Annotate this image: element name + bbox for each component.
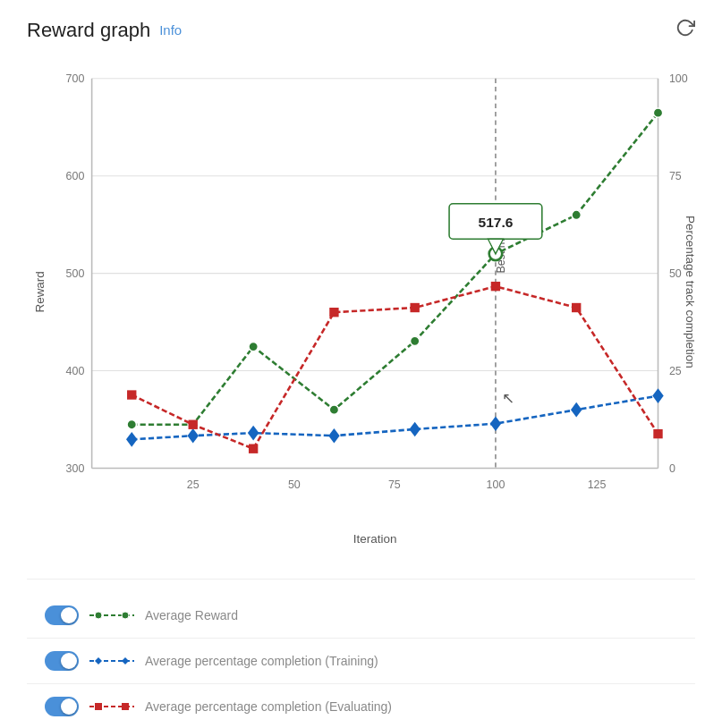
- avg-pct-eval-dot: [572, 303, 581, 312]
- svg-rect-18: [95, 703, 102, 710]
- legend-label-avg-reward: Average Reward: [145, 608, 238, 622]
- y-right-tick-0: 0: [669, 462, 675, 475]
- legend-label-avg-pct-evaluating: Average percentage completion (Evaluatin…: [145, 699, 392, 714]
- avg-pct-training-dot: [571, 402, 582, 418]
- toggle-avg-pct-evaluating[interactable]: [45, 697, 79, 716]
- avg-pct-training-dot: [187, 428, 198, 444]
- avg-pct-training-dot: [328, 428, 339, 444]
- avg-pct-eval-dot: [249, 444, 258, 453]
- svg-point-13: [122, 612, 129, 619]
- tooltip-value: 517.6: [478, 215, 513, 230]
- chart-container: Reward Percentage track completion Itera…: [27, 60, 695, 552]
- x-label: Iteration: [353, 532, 397, 546]
- y-right-tick-75: 75: [669, 170, 682, 182]
- avg-pct-training-dot: [490, 416, 501, 431]
- page-header: Reward graph Info: [27, 18, 695, 42]
- avg-pct-training-dot: [409, 422, 420, 437]
- x-tick-125: 125: [588, 478, 607, 491]
- y-tick-400: 400: [66, 365, 85, 377]
- legend-line-avg-pct-training: [89, 655, 134, 667]
- avg-reward-dot: [653, 108, 662, 117]
- y-tick-300: 300: [66, 462, 85, 475]
- y-right-tick-100: 100: [669, 72, 688, 85]
- avg-reward-dot: [410, 336, 419, 345]
- page-title: Reward graph: [27, 19, 150, 42]
- avg-reward-dot: [127, 420, 136, 429]
- reward-chart: Reward Percentage track completion Itera…: [27, 60, 695, 552]
- avg-pct-eval-dot: [491, 282, 500, 291]
- svg-point-12: [95, 612, 102, 619]
- y-tick-600: 600: [66, 170, 85, 182]
- avg-pct-training-dot: [652, 388, 663, 403]
- y-right-tick-25: 25: [669, 365, 682, 377]
- avg-reward-dot: [572, 210, 581, 219]
- legend-line-icon-training: [89, 655, 134, 667]
- avg-pct-eval-dot: [329, 308, 338, 317]
- y-left-label: Reward: [33, 271, 47, 312]
- avg-pct-training-dot: [248, 426, 259, 441]
- legend-item-avg-reward: Average Reward: [27, 593, 695, 639]
- tooltip: 517.6: [449, 204, 542, 254]
- y-right-tick-50: 50: [669, 267, 682, 280]
- refresh-button[interactable]: [675, 18, 695, 42]
- info-button[interactable]: Info: [159, 22, 182, 38]
- legend-line-icon-avg-reward: [89, 609, 134, 622]
- legend-section: Average Reward Average percentage comple…: [27, 579, 695, 728]
- x-tick-100: 100: [487, 478, 505, 491]
- toggle-avg-pct-training[interactable]: [45, 651, 79, 671]
- avg-pct-eval-dot: [653, 429, 662, 438]
- avg-reward-line: [132, 113, 658, 425]
- legend-item-avg-pct-training: Average percentage completion (Training): [27, 639, 695, 684]
- svg-rect-19: [122, 703, 129, 710]
- x-tick-50: 50: [288, 478, 301, 491]
- legend-line-icon-evaluating: [89, 700, 134, 713]
- avg-reward-dot: [329, 405, 338, 414]
- y-tick-700: 700: [66, 72, 85, 85]
- avg-reward-dot: [249, 342, 258, 351]
- cursor-icon: ↖: [502, 390, 514, 407]
- y-right-label: Percentage track completion: [684, 216, 695, 368]
- legend-item-avg-pct-evaluating: Average percentage completion (Evaluatin…: [27, 684, 695, 728]
- legend-line-avg-pct-evaluating: [89, 700, 134, 713]
- avg-pct-training-dot: [126, 432, 137, 447]
- svg-marker-16: [122, 657, 129, 665]
- legend-label-avg-pct-training: Average percentage completion (Training): [145, 654, 378, 668]
- svg-marker-15: [95, 657, 102, 665]
- x-tick-75: 75: [388, 478, 401, 491]
- avg-pct-eval-dot: [410, 303, 419, 312]
- toggle-avg-reward[interactable]: [45, 605, 79, 625]
- avg-pct-eval-dot: [189, 420, 198, 429]
- legend-line-avg-reward: [89, 609, 134, 622]
- y-tick-500: 500: [66, 267, 85, 280]
- x-tick-25: 25: [187, 478, 200, 491]
- avg-pct-eval-dot: [127, 390, 136, 399]
